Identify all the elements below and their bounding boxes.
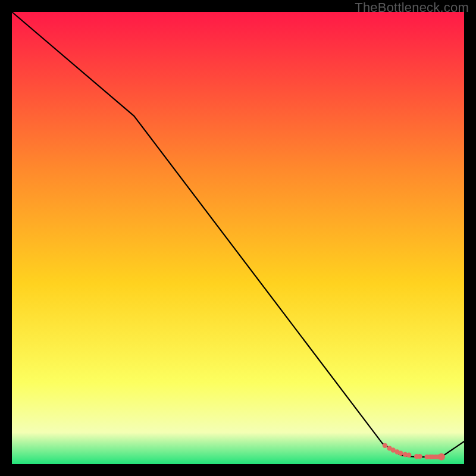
chart-canvas [0, 0, 476, 476]
big-marker [438, 453, 445, 461]
marker-dot [417, 454, 422, 459]
marker-dot [383, 443, 387, 448]
watermark-label: TheBottleneck.com [355, 0, 469, 15]
marker-dot [406, 453, 411, 458]
marker-dot [398, 451, 403, 456]
gradient-background [12, 12, 464, 464]
chart-frame: TheBottleneck.com [0, 0, 476, 476]
